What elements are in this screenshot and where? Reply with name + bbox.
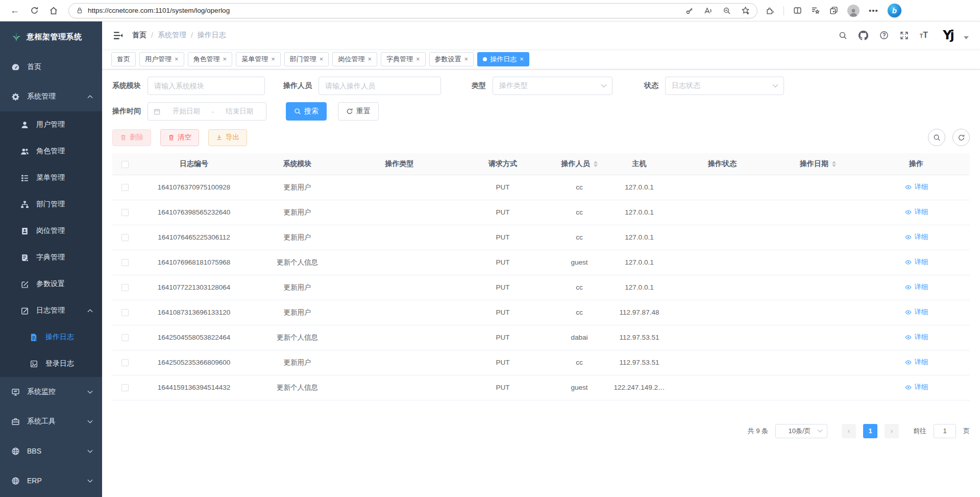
sort-icon[interactable] [594, 161, 598, 167]
browser-back-button[interactable]: ← [7, 3, 23, 19]
tab-param-settings[interactable]: 参数设置× [429, 52, 474, 66]
reset-button[interactable]: 重置 [338, 102, 379, 121]
operator-label: 操作人员 [283, 81, 312, 90]
tab-close-icon[interactable]: × [520, 55, 524, 63]
favorites-icon[interactable] [811, 6, 820, 15]
sidebar-item-tools[interactable]: 系统工具 [0, 407, 102, 436]
tab-dict-mgmt[interactable]: 字典管理× [381, 52, 426, 66]
tab-menu-mgmt[interactable]: 菜单管理× [236, 52, 281, 66]
row-checkbox[interactable] [121, 384, 129, 391]
extensions-icon[interactable] [766, 6, 774, 15]
detail-link[interactable]: 详细 [904, 358, 928, 367]
sidebar-item-roles[interactable]: 角色管理 [0, 138, 102, 164]
detail-link[interactable]: 详细 [904, 282, 928, 292]
sidebar-item-system[interactable]: 系统管理 [0, 82, 102, 111]
browser-refresh-button[interactable] [26, 3, 42, 19]
bing-sidebar-icon[interactable]: b [888, 4, 901, 17]
date-range-picker[interactable]: 开始日期 - 结束日期 [148, 102, 266, 121]
help-button[interactable] [879, 31, 889, 40]
tab-user-mgmt[interactable]: 用户管理× [139, 52, 184, 66]
fullscreen-button[interactable] [900, 31, 909, 40]
row-checkbox[interactable] [121, 309, 129, 316]
operator-input[interactable] [318, 77, 441, 95]
delete-button[interactable]: 删除 [112, 129, 151, 146]
detail-link[interactable]: 详细 [904, 383, 928, 392]
sidebar-item-users[interactable]: 用户管理 [0, 111, 102, 138]
row-checkbox[interactable] [121, 234, 129, 241]
tab-dept-mgmt[interactable]: 部门管理× [284, 52, 329, 66]
detail-link[interactable]: 详细 [904, 182, 928, 192]
tab-close-icon[interactable]: × [320, 55, 324, 63]
detail-link[interactable]: 详细 [904, 307, 928, 317]
col-operator[interactable]: 操作人员 [551, 153, 607, 175]
tab-operation-log[interactable]: 操作日志× [477, 52, 529, 66]
sort-icon[interactable] [832, 161, 836, 167]
github-link[interactable] [859, 31, 868, 40]
page-1-button[interactable]: 1 [863, 424, 877, 438]
type-select[interactable]: 操作类型 [493, 77, 612, 95]
next-page-button[interactable]: › [885, 424, 899, 438]
tab-post-mgmt[interactable]: 岗位管理× [332, 52, 377, 66]
tab-close-icon[interactable]: × [416, 55, 420, 63]
tab-close-icon[interactable]: × [175, 55, 179, 63]
page-size-select[interactable]: 10条/页 [775, 424, 827, 438]
col-date-label: 操作日期 [800, 159, 828, 169]
sidebar-item-monitor[interactable]: 系统监控 [0, 377, 102, 407]
user-avatar-logo[interactable]: Yj [939, 27, 957, 44]
sidebar-item-dictionary[interactable]: 字典管理 [0, 244, 102, 271]
refresh-table-button[interactable] [952, 129, 970, 146]
detail-link[interactable]: 详细 [904, 207, 928, 217]
show-search-toggle-button[interactable] [928, 129, 945, 146]
status-select[interactable]: 日志状态 [665, 77, 784, 95]
tab-role-mgmt[interactable]: 角色管理× [188, 52, 233, 66]
tab-close-icon[interactable]: × [271, 55, 275, 63]
chevron-down-icon[interactable] [964, 36, 969, 39]
read-aloud-icon[interactable] [704, 7, 713, 15]
url-text[interactable]: https://ccnetcore.com:1101/system/log/op… [88, 7, 685, 14]
search-button[interactable]: 搜索 [286, 102, 327, 121]
browser-profile-avatar[interactable] [847, 5, 860, 17]
header-search-button[interactable] [839, 31, 847, 40]
sidebar-item-menus[interactable]: 菜单管理 [0, 164, 102, 191]
row-checkbox[interactable] [121, 184, 129, 191]
row-checkbox[interactable] [121, 359, 129, 366]
sidebar-item-posts[interactable]: 岗位管理 [0, 218, 102, 244]
col-date[interactable]: 操作日期 [773, 153, 863, 175]
collections-icon[interactable] [829, 6, 838, 15]
detail-link[interactable]: 详细 [904, 333, 928, 342]
row-checkbox[interactable] [121, 284, 129, 291]
clear-button[interactable]: 清空 [160, 129, 199, 146]
password-key-icon[interactable] [685, 7, 694, 15]
sidebar-item-erp[interactable]: ERP [0, 466, 102, 495]
sidebar-item-logs[interactable]: 日志管理 [0, 297, 102, 324]
sidebar-item-departments[interactable]: 部门管理 [0, 191, 102, 218]
browser-menu-icon[interactable]: ••• [869, 6, 878, 15]
row-checkbox[interactable] [121, 209, 129, 216]
module-input[interactable] [148, 77, 265, 95]
address-bar[interactable]: https://ccnetcore.com:1101/system/log/op… [68, 3, 757, 18]
detail-link[interactable]: 详细 [904, 232, 928, 242]
row-checkbox[interactable] [121, 259, 129, 266]
browser-home-button[interactable] [45, 3, 62, 19]
sidebar-item-operation-log[interactable]: 操作日志 [0, 324, 102, 350]
export-button[interactable]: 导出 [208, 129, 247, 146]
font-size-button[interactable]: TT [920, 31, 928, 39]
sidebar-collapse-button[interactable] [113, 31, 123, 40]
tab-close-icon[interactable]: × [368, 55, 372, 63]
breadcrumb-home[interactable]: 首页 [132, 31, 146, 40]
sidebar-item-login-log[interactable]: 登录日志 [0, 350, 102, 377]
tab-home[interactable]: 首页 [111, 52, 136, 66]
prev-page-button[interactable]: ‹ [842, 424, 856, 438]
tab-close-icon[interactable]: × [223, 55, 227, 63]
zoom-out-icon[interactable] [723, 7, 731, 15]
favorite-add-icon[interactable] [741, 6, 750, 15]
goto-page-input[interactable] [934, 424, 956, 438]
select-all-checkbox[interactable] [121, 161, 129, 168]
row-checkbox[interactable] [121, 334, 129, 341]
split-screen-icon[interactable] [793, 6, 802, 15]
sidebar-item-home[interactable]: 首页 [0, 52, 102, 82]
sidebar-item-parameters[interactable]: 参数设置 [0, 271, 102, 297]
tab-close-icon[interactable]: × [464, 55, 469, 63]
sidebar-item-bbs[interactable]: BBS [0, 436, 102, 466]
detail-link[interactable]: 详细 [904, 257, 928, 267]
